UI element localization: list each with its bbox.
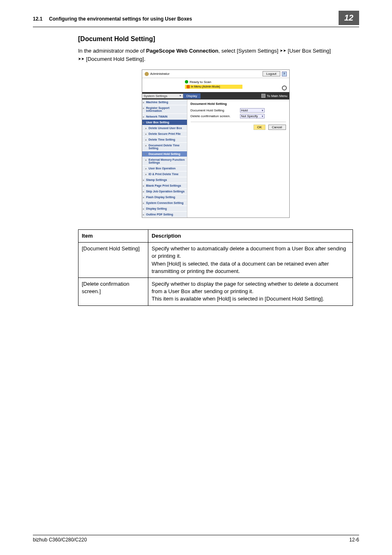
arrow-icon: ➤➤ <box>78 56 85 62</box>
action-row: OK Cancel <box>191 125 286 130</box>
intro-post: , select [System Settings] <box>219 48 280 54</box>
form-label: Document Hold Setting <box>191 109 240 112</box>
display-tab[interactable]: Display <box>183 93 201 99</box>
table-cell-item: [Document Hold Setting] <box>78 243 148 278</box>
table-header-desc: Description <box>148 230 353 243</box>
hold-select[interactable]: Hold▾ <box>240 108 265 113</box>
dropdown-value: System Settings <box>144 94 168 98</box>
intro-bold: PageScope Web Connection <box>146 48 218 54</box>
chevron-down-icon: ▾ <box>262 115 263 118</box>
sidebar-item[interactable]: Flash Display Setting <box>142 194 187 200</box>
table-row: [Delete confirmation screen.]Specify whe… <box>78 278 353 305</box>
category-dropdown[interactable]: System Settings▾ <box>142 94 183 98</box>
help-icon[interactable]: ? <box>282 72 287 76</box>
main-menu-icon <box>261 94 265 98</box>
page-footer: bizhub C360/C280/C220 12-6 <box>33 535 359 543</box>
ss-sidebar: Machine SettingRegister Support Informat… <box>142 99 187 217</box>
sidebar-item[interactable]: Skip Job Operation Settings <box>142 189 187 194</box>
page-header: 12.1 Configuring the environmental setti… <box>33 12 359 27</box>
form-label: Delete confirmation screen. <box>191 114 240 118</box>
sidebar-item[interactable]: Document Delete Time Setting <box>142 143 187 151</box>
section-number: 12.1 <box>33 16 42 22</box>
sidebar-item[interactable]: Stamp Settings <box>142 177 187 183</box>
footer-page: 12-6 <box>349 537 359 543</box>
ok-button[interactable]: OK <box>254 125 266 130</box>
sidebar-item[interactable]: External Memory Function Settings <box>142 157 187 166</box>
status-ready-text: Ready to Scan <box>190 80 211 84</box>
select-value: Not Specify <box>241 114 258 118</box>
sidebar-item[interactable]: Delete Unused User Box <box>142 125 187 131</box>
page-title: [Document Hold Setting] <box>78 35 353 43</box>
status-warn-text: In Menu (Admin Mode) <box>191 85 220 88</box>
sidebar-item[interactable]: Document Hold Setting <box>142 151 187 157</box>
delete-confirm-select[interactable]: Not Specify▾ <box>240 114 265 118</box>
chapter-badge: 12 <box>339 11 359 25</box>
screenshot-mock: Administrator Logout ? Ready to Scan In … <box>142 69 290 218</box>
table-cell-desc: Specify whether to automatically delete … <box>148 243 353 278</box>
intro-line2: [Document Hold Setting]. <box>85 56 145 62</box>
sidebar-item[interactable]: Blank Page Print Settings <box>142 183 187 189</box>
cancel-button[interactable]: Cancel <box>268 125 286 130</box>
description-table: Item Description [Document Hold Setting]… <box>78 229 353 306</box>
refresh-icon[interactable] <box>282 86 287 90</box>
admin-icon <box>145 72 149 76</box>
ss-tabbar: System Settings▾ Display To Main Menu <box>142 92 289 99</box>
content-area: [Document Hold Setting] In the administr… <box>78 35 353 306</box>
logout-button[interactable]: Logout <box>263 71 280 76</box>
form-row: Delete confirmation screen. Not Specify▾ <box>191 114 286 118</box>
sidebar-item[interactable]: System Connection Setting <box>142 200 187 206</box>
divider <box>191 122 286 122</box>
table-cell-desc: Specify whether to display the page for … <box>148 278 353 305</box>
admin-label: Administrator <box>150 72 170 76</box>
to-main-text: To Main Menu <box>267 94 287 98</box>
chevron-down-icon: ▾ <box>180 94 181 97</box>
footer-model: bizhub C360/C280/C220 <box>33 537 87 543</box>
chevron-down-icon: ▾ <box>262 109 263 112</box>
sidebar-item[interactable]: Outline PDF Setting <box>142 212 187 217</box>
ss-main-title: Document Hold Setting <box>191 102 286 106</box>
status-ready-icon <box>185 80 188 83</box>
ss-main-panel: Document Hold Setting Document Hold Sett… <box>187 99 289 217</box>
status-warn-icon <box>187 85 190 88</box>
table-row: [Document Hold Setting]Specify whether t… <box>78 243 353 278</box>
sidebar-item[interactable]: Display Setting <box>142 206 187 212</box>
table-header-item: Item <box>78 230 148 243</box>
sidebar-item[interactable]: Delete Secure Print File <box>142 131 187 137</box>
form-row: Document Hold Setting Hold▾ <box>191 108 286 113</box>
table-cell-item: [Delete confirmation screen.] <box>78 278 148 305</box>
intro-text: In the administrator mode of PageScope W… <box>78 47 353 63</box>
ss-status: Ready to Scan In Menu (Admin Mode) <box>185 80 282 89</box>
arrow-icon: ➤➤ <box>280 48 286 54</box>
sidebar-item[interactable]: Register Support Information <box>142 105 187 114</box>
sidebar-item[interactable]: User Box Operation <box>142 166 187 171</box>
ss-topbar: Administrator Logout ? <box>142 70 289 78</box>
sidebar-item[interactable]: User Box Setting <box>142 120 187 125</box>
section-header-title: Configuring the environmental settings f… <box>49 16 338 22</box>
sidebar-item[interactable]: Network TWAIN <box>142 114 187 120</box>
select-value: Hold <box>241 109 248 112</box>
intro-end: [User Box Setting] <box>286 48 331 54</box>
sidebar-item[interactable]: Machine Setting <box>142 99 187 105</box>
to-main-menu-button[interactable]: To Main Menu <box>261 94 289 98</box>
sidebar-item[interactable]: Delete Time Setting <box>142 137 187 143</box>
intro-pre: In the administrator mode of <box>78 48 146 54</box>
sidebar-item[interactable]: ID & Print Delete Time <box>142 171 187 177</box>
